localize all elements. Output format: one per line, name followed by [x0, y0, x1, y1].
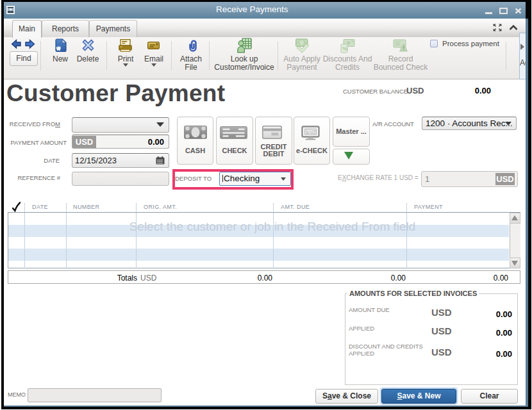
svg-text:%: % — [342, 45, 347, 52]
